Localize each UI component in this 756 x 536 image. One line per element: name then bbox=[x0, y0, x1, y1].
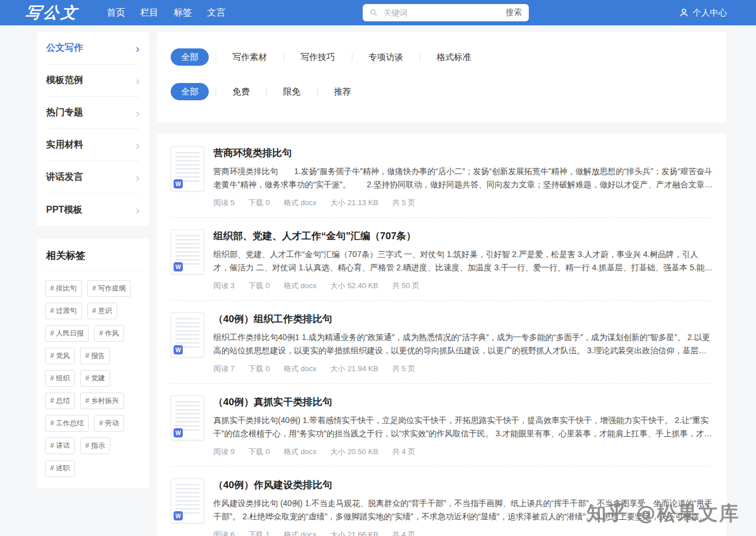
category-menu: 公文写作 › 模板范例 › 热门专题 › 实用材料 › bbox=[37, 32, 149, 226]
category-filter-tab[interactable]: 写作技巧 bbox=[284, 48, 352, 66]
page-body: 公文写作 › 模板范例 › 热门专题 › 实用材料 › bbox=[0, 25, 756, 536]
category-label: PPT模板 bbox=[46, 204, 82, 216]
category-label: 讲话发言 bbox=[46, 171, 83, 183]
category-label: 热门专题 bbox=[46, 107, 83, 119]
meta-size: 大小 21.94 KB bbox=[330, 364, 378, 374]
sidebar-category-item[interactable]: 公文写作 › bbox=[46, 32, 140, 65]
nav-link[interactable]: 首页 bbox=[107, 7, 125, 19]
article-title[interactable]: 营商环境类排比句 bbox=[213, 146, 713, 160]
category-filter-tab[interactable]: 格式标准 bbox=[420, 48, 488, 66]
meta-downloads: 下载 0 bbox=[249, 447, 270, 457]
tag-chip[interactable]: # 述职 bbox=[45, 460, 75, 477]
tag-chip[interactable]: # 总结 bbox=[45, 392, 75, 409]
search-button[interactable]: 搜索 bbox=[506, 7, 522, 18]
category-filter-tab[interactable]: 专项访谈 bbox=[352, 48, 420, 66]
tag-chip[interactable]: # 指示 bbox=[80, 437, 110, 454]
main-nav: 首页 栏目 标签 文言 bbox=[107, 7, 225, 19]
article-item[interactable]: W 营商环境类排比句 营商环境类排比句 1.发扬“服务孺子牛”精神，做痛快办事的… bbox=[171, 135, 713, 218]
related-tags-card: 相关标签 # 排比句 # 写作提纲 # 过渡句 # 意识 # 人民日报 # 作风… bbox=[37, 239, 149, 488]
tag-chip[interactable]: # 劳动 bbox=[94, 415, 124, 432]
meta-pages: 共 50 页 bbox=[392, 281, 420, 291]
meta-size: 大小 20.50 KB bbox=[330, 447, 378, 457]
tag-chip[interactable]: # 排比句 bbox=[45, 280, 82, 297]
top-navbar: 写公文 首页 栏目 标签 文言 搜索 个人中心 bbox=[0, 0, 756, 25]
article-item[interactable]: W （40例）组织工作类排比句 组织工作类排比句40例1 1.成为精通业务的“政… bbox=[171, 301, 713, 384]
article-title[interactable]: 组织部、党建、人才工作“金句”汇编（707条） bbox=[213, 229, 713, 243]
article-meta: 阅读 9 下载 0 格式 docx 大小 20.50 KB 共 4 页 bbox=[213, 447, 713, 457]
category-filter-tab[interactable]: 写作素材 bbox=[216, 48, 284, 66]
tag-chip[interactable]: # 工作总结 bbox=[45, 415, 89, 432]
meta-pages: 共 5 页 bbox=[392, 364, 415, 374]
tag-chip[interactable]: # 报告 bbox=[80, 348, 110, 364]
sidebar-category-item[interactable]: 实用材料 › bbox=[46, 129, 140, 161]
meta-format: 格式 docx bbox=[284, 281, 317, 291]
sidebar-category-item[interactable]: PPT模板 › bbox=[46, 194, 140, 226]
article-meta: 阅读 5 下载 0 格式 docx 大小 21.13 KB 共 5 页 bbox=[213, 198, 713, 208]
tag-chip[interactable]: # 意识 bbox=[87, 303, 117, 319]
category-filter-tab[interactable]: 全部 bbox=[171, 48, 209, 66]
meta-reads: 阅读 9 bbox=[213, 447, 235, 457]
search-icon bbox=[370, 9, 378, 17]
user-center-label: 个人中心 bbox=[693, 7, 727, 18]
tag-chip[interactable]: # 讲话 bbox=[45, 437, 75, 454]
tag-chip[interactable]: # 党风 bbox=[45, 348, 75, 364]
nav-link[interactable]: 栏目 bbox=[140, 7, 159, 19]
meta-size: 大小 52.40 KB bbox=[330, 281, 378, 291]
sidebar-category-item[interactable]: 模板范例 › bbox=[46, 65, 140, 97]
nav-link[interactable]: 文言 bbox=[207, 7, 225, 19]
tag-chip[interactable]: # 过渡句 bbox=[45, 303, 82, 319]
meta-downloads: 下载 0 bbox=[249, 281, 270, 291]
article-body: 组织部、党建、人才工作“金句”汇编（707条） 组织部、党建、人才工作“金句”汇… bbox=[213, 229, 713, 291]
word-doc-icon: W bbox=[174, 511, 183, 520]
article-item[interactable]: W （40例）真抓实干类排比句 真抓实干类排比句(40例) 1.带着感情实干快干… bbox=[171, 384, 713, 467]
tag-chip[interactable]: # 写作提纲 bbox=[87, 280, 131, 297]
document-preview-lines bbox=[175, 235, 200, 265]
meta-downloads: 下载 1 bbox=[249, 530, 270, 536]
tag-chip[interactable]: # 组织 bbox=[45, 370, 75, 387]
tags-title: 相关标签 bbox=[45, 248, 141, 271]
document-thumbnail: W bbox=[171, 229, 204, 274]
chevron-right-icon: › bbox=[136, 75, 140, 86]
sidebar-category-item[interactable]: 热门专题 › bbox=[46, 97, 140, 129]
tag-chip[interactable]: # 党建 bbox=[80, 370, 110, 387]
chevron-right-icon: › bbox=[136, 172, 140, 183]
meta-format: 格式 docx bbox=[284, 198, 317, 208]
article-excerpt: 组织部、党建、人才工作“金句”汇编（707条）三字式 一、对仗句 1.筑好巢，引… bbox=[213, 248, 713, 274]
meta-format: 格式 docx bbox=[284, 530, 317, 536]
meta-pages: 共 5 页 bbox=[392, 198, 415, 208]
type-filter-tab[interactable]: 限免 bbox=[266, 83, 317, 100]
article-excerpt: 真抓实干类排比句(40例) 1.带着感情实干快干，立足岗位实干快干，开拓思路实干… bbox=[213, 414, 713, 440]
chevron-right-icon: › bbox=[136, 107, 140, 119]
site-logo[interactable]: 写公文 bbox=[24, 2, 80, 23]
sidebar-category-item[interactable]: 讲话发言 › bbox=[46, 161, 140, 194]
article-list: W 营商环境类排比句 营商环境类排比句 1.发扬“服务孺子牛”精神，做痛快办事的… bbox=[157, 134, 727, 536]
article-title[interactable]: （40例）组织工作类排比句 bbox=[213, 312, 713, 326]
article-title[interactable]: （40例）作风建设类排比句 bbox=[213, 478, 713, 492]
nav-link[interactable]: 标签 bbox=[174, 7, 192, 19]
tag-chip[interactable]: # 作风 bbox=[94, 325, 124, 342]
tags-list: # 排比句 # 写作提纲 # 过渡句 # 意识 # 人民日报 # 作风 # 党风… bbox=[45, 280, 141, 477]
user-center-link[interactable]: 个人中心 bbox=[679, 7, 727, 18]
category-label: 公文写作 bbox=[46, 42, 83, 54]
meta-downloads: 下载 0 bbox=[249, 364, 270, 374]
article-body: （40例）组织工作类排比句 组织工作类排比句40例1 1.成为精通业务的“政策通… bbox=[213, 312, 713, 374]
word-doc-icon: W bbox=[174, 428, 183, 437]
tag-chip[interactable]: # 人民日报 bbox=[45, 325, 89, 342]
document-preview-lines bbox=[175, 484, 200, 514]
type-filter-tab[interactable]: 免费 bbox=[216, 83, 266, 100]
chevron-right-icon: › bbox=[136, 204, 140, 216]
type-filter-tab[interactable]: 推荐 bbox=[317, 83, 368, 100]
article-meta: 阅读 6 下载 1 格式 docx 大小 21.66 KB 共 4 页 bbox=[213, 530, 713, 536]
search-input[interactable] bbox=[382, 7, 501, 18]
article-item[interactable]: W 组织部、党建、人才工作“金句”汇编（707条） 组织部、党建、人才工作“金句… bbox=[171, 218, 713, 301]
word-doc-icon: W bbox=[174, 345, 183, 354]
article-meta: 阅读 7 下载 0 格式 docx 大小 21.94 KB 共 5 页 bbox=[213, 364, 713, 374]
meta-pages: 共 4 页 bbox=[392, 530, 415, 536]
article-title[interactable]: （40例）真抓实干类排比句 bbox=[213, 395, 713, 409]
document-thumbnail: W bbox=[171, 478, 204, 523]
article-item[interactable]: W （40例）作风建设类排比句 作风建设类排比句 (40例) 1.不当走马观花、… bbox=[171, 467, 713, 536]
tag-chip[interactable]: # 乡村振兴 bbox=[80, 392, 124, 409]
document-thumbnail: W bbox=[171, 395, 204, 440]
meta-reads: 阅读 7 bbox=[213, 364, 235, 374]
type-filter-tab[interactable]: 全部 bbox=[171, 83, 209, 100]
